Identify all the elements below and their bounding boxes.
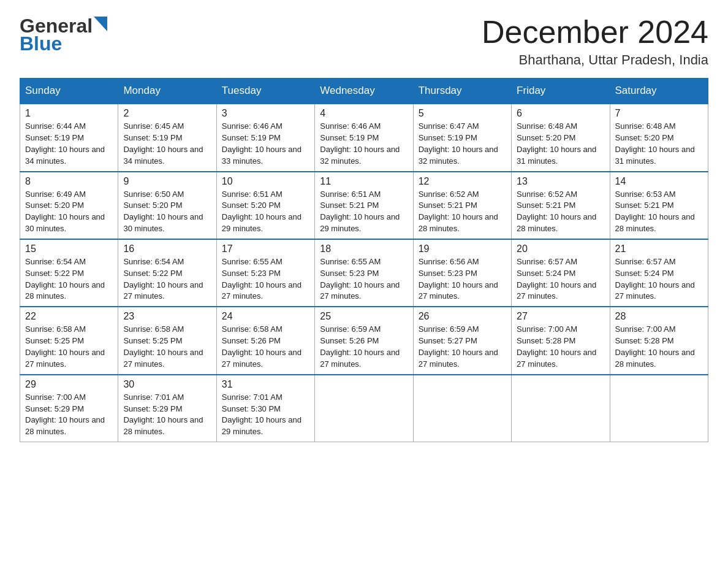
calendar-cell: 3Sunrise: 6:46 AMSunset: 5:19 PMDaylight… <box>216 104 314 171</box>
day-number: 12 <box>419 176 506 187</box>
calendar-cell <box>315 375 413 442</box>
calendar-cell <box>413 375 511 442</box>
day-info: Sunrise: 6:53 AMSunset: 5:21 PMDaylight:… <box>615 190 695 234</box>
day-number: 19 <box>419 243 506 255</box>
calendar-cell: 29Sunrise: 7:00 AMSunset: 5:29 PMDayligh… <box>20 375 118 442</box>
calendar-cell: 27Sunrise: 7:00 AMSunset: 5:28 PMDayligh… <box>512 307 610 374</box>
day-number: 2 <box>123 108 211 119</box>
logo-blue-text: Blue <box>20 33 62 55</box>
day-info: Sunrise: 6:55 AMSunset: 5:23 PMDaylight:… <box>222 257 301 301</box>
day-info: Sunrise: 6:57 AMSunset: 5:24 PMDaylight:… <box>615 257 695 301</box>
day-info: Sunrise: 6:52 AMSunset: 5:21 PMDaylight:… <box>419 190 498 234</box>
day-info: Sunrise: 6:52 AMSunset: 5:21 PMDaylight:… <box>517 190 596 234</box>
calendar-cell: 2Sunrise: 6:45 AMSunset: 5:19 PMDaylight… <box>118 104 216 171</box>
calendar-cell: 22Sunrise: 6:58 AMSunset: 5:25 PMDayligh… <box>20 307 118 374</box>
day-number: 27 <box>517 311 604 322</box>
day-number: 16 <box>123 243 211 255</box>
day-number: 30 <box>123 379 211 390</box>
day-of-week-header: Tuesday <box>216 79 314 104</box>
logo-arrow-icon <box>94 17 107 31</box>
calendar-week-row: 1Sunrise: 6:44 AMSunset: 5:19 PMDaylight… <box>20 104 708 171</box>
day-number: 22 <box>25 311 113 322</box>
calendar-cell: 16Sunrise: 6:54 AMSunset: 5:22 PMDayligh… <box>118 239 216 307</box>
day-info: Sunrise: 6:56 AMSunset: 5:23 PMDaylight:… <box>419 257 498 301</box>
calendar-cell: 19Sunrise: 6:56 AMSunset: 5:23 PMDayligh… <box>413 239 511 307</box>
day-info: Sunrise: 6:55 AMSunset: 5:23 PMDaylight:… <box>320 257 400 301</box>
calendar-week-row: 8Sunrise: 6:49 AMSunset: 5:20 PMDaylight… <box>20 172 708 239</box>
day-info: Sunrise: 6:58 AMSunset: 5:26 PMDaylight:… <box>222 324 301 369</box>
day-info: Sunrise: 6:45 AMSunset: 5:19 PMDaylight:… <box>123 121 203 166</box>
calendar-cell: 30Sunrise: 7:01 AMSunset: 5:29 PMDayligh… <box>118 375 216 442</box>
calendar-cell: 28Sunrise: 7:00 AMSunset: 5:28 PMDayligh… <box>610 307 708 374</box>
calendar-cell: 23Sunrise: 6:58 AMSunset: 5:25 PMDayligh… <box>118 307 216 374</box>
day-number: 10 <box>222 176 309 187</box>
day-info: Sunrise: 7:00 AMSunset: 5:29 PMDaylight:… <box>25 393 105 437</box>
day-info: Sunrise: 6:59 AMSunset: 5:27 PMDaylight:… <box>419 324 498 369</box>
day-info: Sunrise: 6:58 AMSunset: 5:25 PMDaylight:… <box>25 324 105 369</box>
day-info: Sunrise: 6:47 AMSunset: 5:19 PMDaylight:… <box>419 121 498 166</box>
day-info: Sunrise: 7:01 AMSunset: 5:30 PMDaylight:… <box>222 393 301 437</box>
calendar-week-row: 15Sunrise: 6:54 AMSunset: 5:22 PMDayligh… <box>20 239 708 307</box>
calendar-cell: 21Sunrise: 6:57 AMSunset: 5:24 PMDayligh… <box>610 239 708 307</box>
calendar-cell: 18Sunrise: 6:55 AMSunset: 5:23 PMDayligh… <box>315 239 413 307</box>
day-info: Sunrise: 6:46 AMSunset: 5:19 PMDaylight:… <box>222 121 301 166</box>
day-number: 7 <box>615 108 703 119</box>
day-number: 21 <box>615 243 703 255</box>
calendar-cell: 9Sunrise: 6:50 AMSunset: 5:20 PMDaylight… <box>118 172 216 239</box>
day-info: Sunrise: 6:51 AMSunset: 5:21 PMDaylight:… <box>320 190 400 234</box>
calendar-header-row: SundayMondayTuesdayWednesdayThursdayFrid… <box>20 79 708 104</box>
day-number: 4 <box>320 108 408 119</box>
day-number: 11 <box>320 176 408 187</box>
day-info: Sunrise: 6:48 AMSunset: 5:20 PMDaylight:… <box>615 121 695 166</box>
day-number: 5 <box>419 108 506 119</box>
day-number: 24 <box>222 311 309 322</box>
day-info: Sunrise: 6:54 AMSunset: 5:22 PMDaylight:… <box>25 257 105 301</box>
day-number: 29 <box>25 379 113 390</box>
day-number: 20 <box>517 243 604 255</box>
calendar-cell: 17Sunrise: 6:55 AMSunset: 5:23 PMDayligh… <box>216 239 314 307</box>
calendar-cell: 5Sunrise: 6:47 AMSunset: 5:19 PMDaylight… <box>413 104 511 171</box>
day-info: Sunrise: 6:57 AMSunset: 5:24 PMDaylight:… <box>517 257 596 301</box>
day-of-week-header: Saturday <box>610 79 708 104</box>
day-number: 31 <box>222 379 309 390</box>
calendar-cell: 13Sunrise: 6:52 AMSunset: 5:21 PMDayligh… <box>512 172 610 239</box>
calendar-cell: 14Sunrise: 6:53 AMSunset: 5:21 PMDayligh… <box>610 172 708 239</box>
calendar-cell: 15Sunrise: 6:54 AMSunset: 5:22 PMDayligh… <box>20 239 118 307</box>
day-info: Sunrise: 6:49 AMSunset: 5:20 PMDaylight:… <box>25 190 105 234</box>
calendar-cell: 26Sunrise: 6:59 AMSunset: 5:27 PMDayligh… <box>413 307 511 374</box>
day-number: 23 <box>123 311 211 322</box>
day-number: 15 <box>25 243 113 255</box>
location-subtitle: Bharthana, Uttar Pradesh, India <box>482 52 708 68</box>
day-number: 25 <box>320 311 408 322</box>
day-number: 9 <box>123 176 211 187</box>
day-number: 8 <box>25 176 113 187</box>
day-number: 14 <box>615 176 703 187</box>
day-of-week-header: Wednesday <box>315 79 413 104</box>
day-info: Sunrise: 6:48 AMSunset: 5:20 PMDaylight:… <box>517 121 596 166</box>
calendar-table: SundayMondayTuesdayWednesdayThursdayFrid… <box>20 78 708 442</box>
day-info: Sunrise: 6:44 AMSunset: 5:19 PMDaylight:… <box>25 121 105 166</box>
calendar-week-row: 22Sunrise: 6:58 AMSunset: 5:25 PMDayligh… <box>20 307 708 374</box>
calendar-cell: 12Sunrise: 6:52 AMSunset: 5:21 PMDayligh… <box>413 172 511 239</box>
day-of-week-header: Monday <box>118 79 216 104</box>
day-info: Sunrise: 6:59 AMSunset: 5:26 PMDaylight:… <box>320 324 400 369</box>
day-info: Sunrise: 6:58 AMSunset: 5:25 PMDaylight:… <box>123 324 203 369</box>
calendar-cell: 4Sunrise: 6:46 AMSunset: 5:19 PMDaylight… <box>315 104 413 171</box>
day-number: 1 <box>25 108 113 119</box>
day-info: Sunrise: 6:51 AMSunset: 5:20 PMDaylight:… <box>222 190 301 234</box>
day-number: 26 <box>419 311 506 322</box>
day-of-week-header: Sunday <box>20 79 118 104</box>
calendar-cell <box>512 375 610 442</box>
calendar-cell: 7Sunrise: 6:48 AMSunset: 5:20 PMDaylight… <box>610 104 708 171</box>
calendar-cell: 25Sunrise: 6:59 AMSunset: 5:26 PMDayligh… <box>315 307 413 374</box>
day-number: 6 <box>517 108 604 119</box>
calendar-cell: 31Sunrise: 7:01 AMSunset: 5:30 PMDayligh… <box>216 375 314 442</box>
day-info: Sunrise: 6:54 AMSunset: 5:22 PMDaylight:… <box>123 257 203 301</box>
svg-marker-0 <box>94 17 107 31</box>
calendar-week-row: 29Sunrise: 7:00 AMSunset: 5:29 PMDayligh… <box>20 375 708 442</box>
calendar-cell: 10Sunrise: 6:51 AMSunset: 5:20 PMDayligh… <box>216 172 314 239</box>
calendar-title-area: December 2024 Bharthana, Uttar Pradesh, … <box>482 15 708 68</box>
day-of-week-header: Friday <box>512 79 610 104</box>
day-number: 17 <box>222 243 309 255</box>
day-info: Sunrise: 7:01 AMSunset: 5:29 PMDaylight:… <box>123 393 203 437</box>
